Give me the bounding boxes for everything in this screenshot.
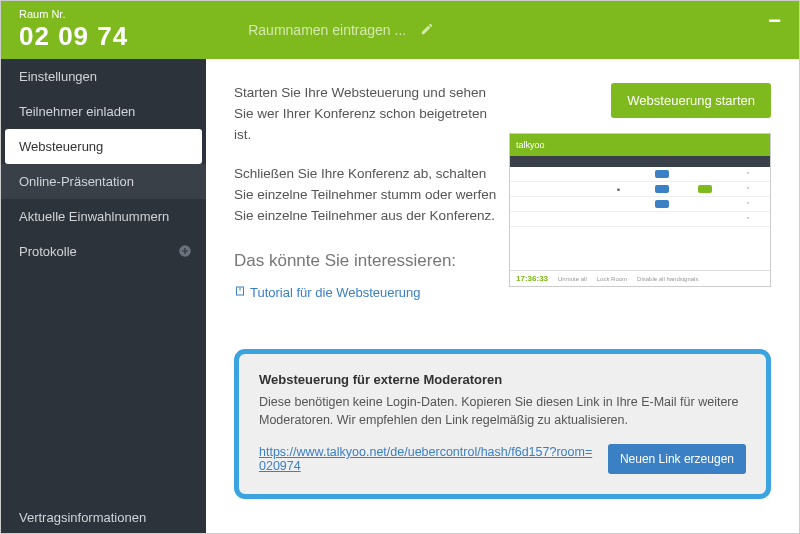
sidebar-spacer bbox=[1, 269, 206, 500]
preview-footer-item: Lock Room bbox=[597, 276, 627, 282]
plus-circle-icon[interactable] bbox=[178, 244, 192, 261]
external-moderator-callout: Websteuerung für externe Moderatoren Die… bbox=[234, 349, 771, 500]
table-row: ⌃ bbox=[510, 167, 770, 182]
tutorial-link[interactable]: Tutorial für die Websteuerung bbox=[234, 285, 421, 300]
book-icon bbox=[234, 285, 246, 300]
minimize-icon[interactable]: − bbox=[768, 15, 781, 26]
moderator-url-link[interactable]: https://www.talkyoo.net/de/uebercontrol/… bbox=[259, 445, 596, 473]
tutorial-link-label: Tutorial für die Websteuerung bbox=[250, 285, 421, 300]
sidebar-item-label: Aktuelle Einwahlnummern bbox=[19, 209, 169, 224]
sidebar: Einstellungen Teilnehmer einladen Webste… bbox=[1, 59, 206, 534]
preview-logo: talkyoo bbox=[516, 140, 545, 150]
room-name-placeholder: Raumnamen eintragen ... bbox=[248, 22, 406, 38]
sidebar-item-einstellungen[interactable]: Einstellungen bbox=[1, 59, 206, 94]
sidebar-item-vertragsinformationen[interactable]: Vertragsinformationen bbox=[1, 500, 206, 534]
room-name-input-wrap[interactable]: Raumnamen eintragen ... bbox=[248, 22, 434, 39]
intro-para-2: Schließen Sie Ihre Konferenz ab, schalte… bbox=[234, 164, 504, 227]
room-label: Raum Nr. bbox=[19, 8, 128, 21]
sidebar-item-einwahlnummern[interactable]: Aktuelle Einwahlnummern bbox=[1, 199, 206, 234]
preview-column-header bbox=[510, 156, 770, 167]
room-info: Raum Nr. 02 09 74 bbox=[19, 8, 128, 52]
sidebar-item-label: Vertragsinformationen bbox=[19, 510, 146, 525]
intro-para-1: Starten Sie Ihre Websteuerung und sehen … bbox=[234, 83, 504, 146]
preview-footer-item: Unmute all bbox=[558, 276, 587, 282]
preview-header: talkyoo bbox=[510, 134, 770, 156]
table-row: ⌃ bbox=[510, 212, 770, 227]
sidebar-item-protokolle[interactable]: Protokolle bbox=[1, 234, 206, 269]
preview-time: 17:36:33 bbox=[516, 274, 548, 283]
intro-text: Starten Sie Ihre Websteuerung und sehen … bbox=[234, 83, 504, 245]
sidebar-item-label: Online-Präsentation bbox=[19, 174, 134, 189]
sidebar-item-websteuerung[interactable]: Websteuerung bbox=[5, 129, 202, 164]
app-body: Einstellungen Teilnehmer einladen Webste… bbox=[1, 59, 799, 534]
callout-heading: Websteuerung für externe Moderatoren bbox=[259, 372, 746, 387]
sidebar-item-label: Websteuerung bbox=[19, 139, 103, 154]
websteuerung-preview: talkyoo ⌃ ■⌃ ⌃ ⌃ 17:36:33 Unmute all Loc… bbox=[509, 133, 771, 287]
pencil-icon[interactable] bbox=[420, 22, 434, 39]
start-websteuerung-button[interactable]: Websteuerung starten bbox=[611, 83, 771, 118]
sidebar-item-label: Protokolle bbox=[19, 244, 77, 259]
generate-link-button[interactable]: Neuen Link erzeugen bbox=[608, 444, 746, 474]
sidebar-item-online-praesentation[interactable]: Online-Präsentation bbox=[1, 164, 206, 199]
sidebar-item-label: Teilnehmer einladen bbox=[19, 104, 135, 119]
sidebar-item-label: Einstellungen bbox=[19, 69, 97, 84]
preview-footer-item: Disable all handsignals bbox=[637, 276, 698, 282]
callout-link-row: https://www.talkyoo.net/de/uebercontrol/… bbox=[259, 444, 746, 474]
room-number: 02 09 74 bbox=[19, 21, 128, 52]
sidebar-item-teilnehmer-einladen[interactable]: Teilnehmer einladen bbox=[1, 94, 206, 129]
callout-text: Diese benötigen keine Login-Daten. Kopie… bbox=[259, 393, 746, 431]
preview-footer: 17:36:33 Unmute all Lock Room Disable al… bbox=[510, 270, 770, 286]
table-row: ■⌃ bbox=[510, 182, 770, 197]
content-area: Websteuerung starten Starten Sie Ihre We… bbox=[206, 59, 799, 534]
table-row: ⌃ bbox=[510, 197, 770, 212]
app-header: Raum Nr. 02 09 74 Raumnamen eintragen ..… bbox=[1, 1, 799, 59]
